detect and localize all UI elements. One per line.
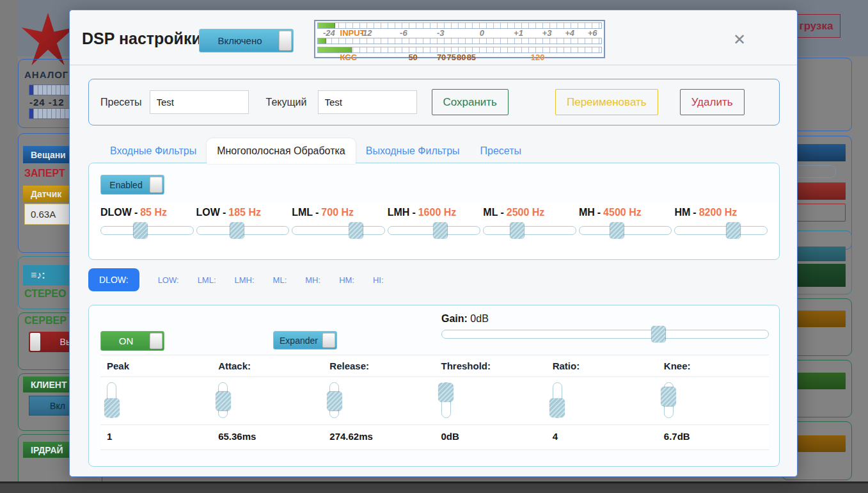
crossover-band-label: LOW-185 Hz: [196, 207, 290, 218]
crossover-enabled-knob: [150, 177, 162, 193]
ratio-slider[interactable]: [553, 382, 562, 418]
current-preset-label: Текущий: [266, 97, 307, 108]
band-on-knob: [150, 333, 162, 349]
gain-slider-handle[interactable]: [651, 326, 665, 343]
peak-slider[interactable]: [107, 382, 116, 418]
tab-presets[interactable]: Пресеты: [470, 138, 532, 164]
slider-handle[interactable]: [104, 398, 120, 417]
slider-handle[interactable]: [438, 383, 454, 402]
dsp-settings-modal: DSP настройки Включено -24 INPUT -12 -6 …: [69, 10, 798, 477]
tab-multiband-processing[interactable]: Многополосная Обработка: [207, 138, 356, 164]
threshold-value: 0dB: [435, 425, 546, 449]
meter-tick: -3: [437, 28, 445, 38]
param-header-threshold: Threshold:: [435, 355, 546, 376]
release-slider[interactable]: [329, 382, 339, 418]
meter-tick: 50: [408, 53, 417, 62]
bg-server-title: СЕРВЕР: [24, 315, 67, 327]
crossover-slider[interactable]: [483, 226, 576, 235]
modal-header: DSP настройки Включено -24 INPUT -12 -6 …: [70, 10, 797, 65]
bg-analog-title: АНАЛОГ: [24, 69, 68, 80]
meter-fill-kcc: [318, 47, 352, 53]
crossover-slider[interactable]: [292, 226, 385, 235]
crossover-band-lml: LML-700 Hz: [292, 207, 385, 259]
gain-slider[interactable]: [441, 330, 769, 339]
knee-slider[interactable]: [664, 382, 674, 418]
crossover-slider[interactable]: [674, 226, 768, 235]
band-button-hm[interactable]: HM:: [339, 275, 354, 285]
close-icon[interactable]: ✕: [733, 32, 746, 47]
band-name: HM: [674, 207, 690, 218]
app-root: грузка АНАЛОГ -24 -12 Вещани ЗАПЕРТ Датч…: [0, 0, 868, 493]
crossover-band-low: LOW-185 Hz: [196, 207, 290, 259]
meter-tick: -12: [360, 28, 372, 38]
delete-preset-button[interactable]: Удалить: [680, 89, 745, 115]
preset-select-input[interactable]: [150, 90, 249, 114]
meter-row-right: [317, 38, 602, 44]
crossover-band-label: DLOW-85 Hz: [100, 207, 194, 218]
tab-output-filters[interactable]: Выходные Фильтры: [356, 138, 470, 164]
meter-tick: -24: [323, 28, 335, 38]
threshold-slider[interactable]: [441, 382, 451, 418]
band-separator: -: [500, 207, 503, 218]
crossover-enabled-toggle[interactable]: Enabled: [100, 175, 164, 195]
modal-title: DSP настройки: [82, 29, 201, 48]
band-mode-knob: [322, 333, 335, 348]
slider-handle[interactable]: [349, 222, 363, 239]
slider-handle[interactable]: [216, 391, 231, 410]
crossover-slider[interactable]: [196, 226, 290, 235]
band-mode-toggle[interactable]: Expander: [273, 331, 337, 350]
crossover-band-mh: MH-4500 Hz: [579, 207, 672, 259]
meter-tick: 70: [437, 53, 446, 62]
slider-handle[interactable]: [510, 222, 525, 239]
crossover-sliders-strip: DLOW-85 Hz LOW-185 Hz LML-700 Hz LMH-160…: [90, 202, 778, 259]
band-frequency: 8200 Hz: [699, 207, 738, 218]
band-on-toggle[interactable]: ON: [100, 331, 164, 351]
save-preset-button[interactable]: Сохранить: [432, 89, 509, 115]
slider-handle[interactable]: [134, 222, 148, 239]
tab-input-filters[interactable]: Входные Фильтры: [100, 138, 207, 164]
band-frequency: 185 Hz: [228, 207, 261, 218]
presets-panel: Пресеты Текущий Сохранить Переименовать …: [88, 79, 780, 125]
meter-fill-left: [318, 23, 335, 28]
meter-top-scale: -24 INPUT -12 -6 -3 0 +1 +3 +4 +6: [317, 29, 602, 38]
param-header-ratio: Ratio:: [546, 355, 658, 376]
page-bottom-bar: [0, 481, 868, 493]
meter-tick: +4: [565, 28, 574, 38]
band-button-hi[interactable]: HI:: [373, 275, 384, 285]
crossover-band-ml: ML-2500 Hz: [483, 207, 576, 259]
crossover-slider[interactable]: [579, 226, 672, 235]
rename-preset-button[interactable]: Переименовать: [555, 89, 658, 115]
slider-handle[interactable]: [661, 387, 676, 406]
input-level-meter: -24 INPUT -12 -6 -3 0 +1 +3 +4 +6: [314, 20, 605, 58]
crossover-band-label: LML-700 Hz: [292, 207, 385, 218]
meter-tick: 120: [531, 53, 545, 62]
band-name: MH: [579, 207, 595, 218]
slider-handle[interactable]: [230, 222, 244, 239]
param-header-release: Release:: [323, 355, 434, 376]
band-button-mh[interactable]: MH:: [305, 275, 320, 285]
crossover-slider[interactable]: [388, 226, 481, 235]
meter-tick: 80: [457, 53, 466, 62]
band-button-lml[interactable]: LML:: [198, 275, 216, 285]
dsp-enabled-toggle[interactable]: Включено: [199, 29, 294, 53]
attack-value: 65.36ms: [212, 425, 323, 449]
band-button-low[interactable]: LOW:: [158, 275, 179, 285]
knee-value: 6.7dB: [658, 425, 769, 449]
slider-handle[interactable]: [610, 222, 624, 239]
slider-handle[interactable]: [433, 222, 447, 239]
slider-handle[interactable]: [549, 398, 565, 417]
presets-label: Пресеты: [100, 97, 142, 108]
band-separator: -: [597, 207, 601, 218]
band-button-ml[interactable]: ML:: [273, 275, 287, 285]
current-preset-input[interactable]: [318, 90, 417, 114]
attack-slider[interactable]: [218, 382, 228, 418]
band-button-lmh[interactable]: LMH:: [235, 275, 255, 285]
crossover-slider[interactable]: [100, 226, 194, 235]
reload-button[interactable]: грузка: [792, 14, 840, 38]
peak-value: 1: [100, 425, 212, 449]
crossover-band-dlow: DLOW-85 Hz: [100, 207, 194, 259]
crossover-enabled-label: Enabled: [109, 180, 142, 190]
slider-handle[interactable]: [727, 222, 741, 239]
band-button-dlow[interactable]: DLOW:: [88, 268, 139, 291]
slider-handle[interactable]: [327, 391, 342, 410]
